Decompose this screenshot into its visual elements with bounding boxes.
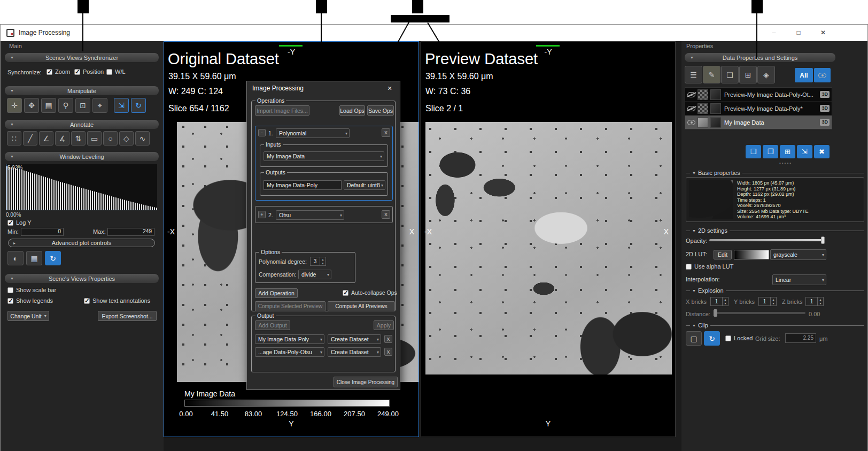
grid-view-icon[interactable]: ⊞ bbox=[739, 66, 757, 83]
angle-alt-icon[interactable]: ∡ bbox=[55, 131, 69, 146]
show-scale-bar-checkbox[interactable]: Show scale bar bbox=[7, 287, 56, 293]
operation-1-type-dropdown[interactable]: Polynomial bbox=[276, 128, 350, 138]
ellipse-roi-icon[interactable]: ○ bbox=[103, 131, 118, 146]
polynomial-degree-spinner[interactable]: 3 ▲▼ bbox=[310, 257, 326, 266]
section-header-scene-views-properties[interactable]: Scene's Views Properties bbox=[5, 274, 159, 283]
compensation-dropdown[interactable]: divide bbox=[298, 270, 331, 279]
points-icon[interactable]: ∷ bbox=[7, 131, 21, 146]
use-alpha-lut-checkbox[interactable]: Use alpha LUT bbox=[686, 263, 733, 270]
clip-box-icon[interactable]: ▢ bbox=[686, 331, 702, 346]
spinner-arrows[interactable]: ▲▼ bbox=[817, 297, 823, 305]
reset-view-icon[interactable]: ↻ bbox=[131, 98, 146, 113]
export-dataset-icon[interactable]: ⇲ bbox=[797, 145, 812, 158]
auto-collapse-ops-checkbox[interactable]: Auto-collapse Ops bbox=[343, 289, 397, 296]
list-view-icon[interactable]: ☰ bbox=[685, 66, 702, 83]
spinner-arrows[interactable]: ▲▼ bbox=[320, 257, 326, 265]
dataset-row[interactable]: Preview-My Image Data-Poly-Ot... 3D bbox=[685, 88, 832, 102]
compute-selected-preview-button[interactable]: Compute Selected Preview bbox=[255, 301, 326, 311]
maximize-button[interactable]: □ bbox=[786, 25, 811, 41]
section-header-manipulate[interactable]: Manipulate bbox=[5, 86, 159, 95]
add-operation-button[interactable]: Add Operation bbox=[255, 288, 298, 298]
edit-icon[interactable]: ✎ bbox=[703, 66, 720, 83]
angle-icon[interactable]: ∠ bbox=[39, 131, 53, 146]
ruler-icon[interactable]: ╱ bbox=[23, 131, 37, 146]
rect-roi-icon[interactable]: ▭ bbox=[87, 131, 102, 146]
output-row-1-dataset-dropdown[interactable]: My Image Data-Poly bbox=[255, 334, 324, 344]
spinner-arrows[interactable]: ▲▼ bbox=[722, 297, 728, 305]
dataset-row-selected[interactable]: My Image Data 3D bbox=[685, 116, 832, 129]
compute-all-previews-button[interactable]: Compute All Previews bbox=[328, 301, 395, 311]
advanced-plot-controls-expander[interactable]: Advanced plot controls bbox=[8, 239, 155, 247]
collapse-operation-1-button[interactable]: - bbox=[258, 129, 266, 136]
lut-dropdown[interactable]: grayscale bbox=[770, 249, 826, 260]
dialog-titlebar[interactable]: Image Processing ✕ bbox=[247, 81, 400, 95]
distance-slider[interactable] bbox=[714, 309, 805, 317]
fit-view-icon[interactable]: ⇲ bbox=[114, 98, 129, 113]
section-header-basic-properties[interactable]: ▼ Basic properties bbox=[686, 170, 864, 176]
y-bricks-spinner[interactable]: 1 ▲▼ bbox=[758, 297, 777, 306]
show-text-annotations-checkbox[interactable]: Show text annotations bbox=[84, 297, 150, 304]
z-bricks-spinner[interactable]: 1 ▲▼ bbox=[805, 297, 824, 306]
target-icon[interactable]: ⌖ bbox=[92, 98, 107, 113]
roi-leveling-icon[interactable]: ▦ bbox=[26, 251, 42, 265]
section-header-explosion[interactable]: ▼ Explosion bbox=[686, 287, 864, 294]
output-name-field[interactable]: My Image Data-Poly bbox=[264, 180, 342, 190]
add-output-button[interactable]: Add Output bbox=[255, 320, 290, 330]
x-bricks-spinner[interactable]: 1 ▲▼ bbox=[710, 297, 728, 306]
remove-operation-1-button[interactable]: X bbox=[382, 128, 390, 137]
output-row-2-dataset-dropdown[interactable]: ...age Data-Poly-Otsu bbox=[255, 347, 324, 357]
visibility-on-icon[interactable] bbox=[687, 120, 695, 125]
move-icon[interactable]: ✥ bbox=[24, 98, 39, 113]
section-header-clip[interactable]: ▼ Clip bbox=[686, 322, 864, 328]
show-all-button[interactable]: All bbox=[795, 68, 813, 82]
add-dataset-icon[interactable]: ⊞ bbox=[780, 145, 795, 158]
opacity-slider[interactable] bbox=[709, 236, 825, 244]
min-input[interactable]: 0 bbox=[21, 228, 64, 236]
remove-output-row-2-button[interactable]: X bbox=[384, 348, 392, 356]
minimize-button[interactable]: – bbox=[762, 25, 786, 41]
preview-viewport[interactable]: -Y Preview Dataset 39.15 X 59.60 μm W: 7… bbox=[421, 41, 676, 437]
global-visibility-button[interactable] bbox=[814, 68, 831, 82]
expand-operation-2-button[interactable]: + bbox=[258, 211, 266, 218]
output-type-dropdown[interactable]: Default: uint8 bbox=[344, 180, 385, 190]
spinner-arrows[interactable]: ▲▼ bbox=[770, 297, 776, 305]
visibility-off-icon[interactable] bbox=[687, 92, 695, 97]
position-sync-checkbox[interactable]: Position bbox=[74, 68, 104, 75]
visibility-off-icon[interactable] bbox=[687, 106, 695, 111]
close-button[interactable]: ✕ bbox=[811, 25, 835, 41]
change-unit-button[interactable]: Change Unit bbox=[7, 311, 49, 321]
reset-clip-icon[interactable]: ↻ bbox=[704, 331, 720, 346]
remove-operation-2-button[interactable]: X bbox=[382, 210, 390, 219]
zoom-icon[interactable]: ⚲ bbox=[58, 98, 73, 113]
max-input[interactable]: 249 bbox=[107, 228, 154, 236]
slider-handle[interactable] bbox=[714, 309, 717, 317]
section-header-scenes-views-synchronizer[interactable]: Scenes Views Synchronizer bbox=[5, 53, 159, 62]
measure-pair-icon[interactable]: ⇅ bbox=[71, 131, 86, 146]
input-dataset-dropdown[interactable]: My Image Data bbox=[264, 151, 384, 161]
dialog-close-icon[interactable]: ✕ bbox=[385, 83, 394, 93]
delete-dataset-icon[interactable]: ✖ bbox=[814, 145, 830, 158]
contrast-icon[interactable]: ◐ bbox=[7, 251, 24, 265]
reset-leveling-icon[interactable]: ↻ bbox=[45, 251, 61, 265]
window-leveling-histogram[interactable]: 5.93% bbox=[6, 164, 157, 210]
polygon-roi-icon[interactable]: ◇ bbox=[119, 131, 134, 146]
section-header-annotate[interactable]: Annotate bbox=[5, 120, 159, 129]
import-image-files-button[interactable]: Import Image Files... bbox=[255, 105, 309, 116]
dataset-row[interactable]: Preview-My Image Data-Poly* 3D bbox=[685, 102, 832, 116]
remove-output-row-1-button[interactable]: X bbox=[384, 335, 392, 343]
section-header-window-leveling[interactable]: Window Leveling bbox=[5, 152, 159, 161]
load-ops-button[interactable]: Load Ops bbox=[339, 105, 365, 116]
edit-lut-button[interactable]: Edit bbox=[714, 250, 732, 259]
layers-icon[interactable]: ❏ bbox=[721, 66, 739, 83]
apply-button[interactable]: Apply bbox=[374, 320, 394, 330]
preview-slice-image[interactable] bbox=[425, 122, 672, 374]
save-ops-button[interactable]: Save Ops bbox=[367, 105, 394, 116]
slider-handle[interactable] bbox=[821, 236, 825, 244]
duplicate-dataset-icon[interactable]: ❐ bbox=[763, 145, 778, 158]
clipboard-icon[interactable]: ▤ bbox=[41, 98, 56, 113]
new-volume-icon[interactable]: ❒ bbox=[746, 145, 761, 158]
output-row-1-mode-dropdown[interactable]: Create Dataset bbox=[328, 334, 381, 344]
grid-size-input[interactable]: 2.25 bbox=[785, 333, 816, 343]
show-legends-checkbox[interactable]: Show legends bbox=[7, 297, 53, 304]
zoom-sync-checkbox[interactable]: Zoom bbox=[46, 68, 70, 75]
